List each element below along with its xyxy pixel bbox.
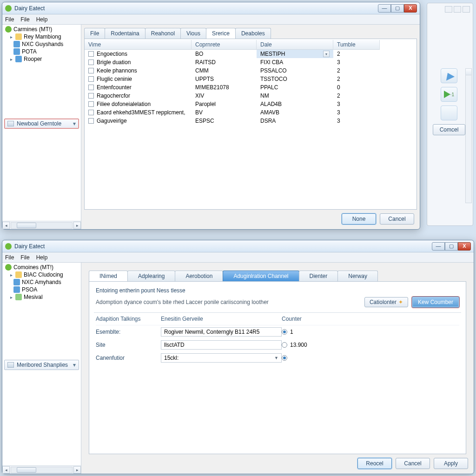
menu-file[interactable]: File (5, 254, 14, 261)
tree-root[interactable]: Carmines (MT!) (4, 26, 80, 33)
nav-up-icon[interactable] (441, 68, 457, 83)
cell-dale[interactable]: TSSTOCO (257, 75, 333, 83)
tab-vious[interactable]: Vious (180, 28, 206, 39)
menu-help[interactable]: Help (36, 254, 48, 261)
checkbox[interactable] (88, 51, 94, 57)
tab-adug-channel[interactable]: Aduginlration Channel (223, 271, 299, 281)
cell-dale[interactable]: AMAVB (257, 108, 333, 117)
cancel-button[interactable]: Cancel (396, 458, 430, 469)
cell-dale[interactable]: PSSALCO (257, 66, 333, 75)
chevron-down-icon[interactable]: ▾ (323, 51, 330, 57)
sidebar-dropdown[interactable]: Meribored Shanplies ▾ (4, 360, 79, 370)
close-button[interactable]: X (404, 4, 417, 13)
scroll-right-icon[interactable]: ▸ (73, 466, 81, 474)
scroll-left-icon[interactable]: ◂ (2, 222, 10, 229)
reocel-button[interactable]: Reocel (357, 458, 392, 469)
checkbox[interactable] (88, 60, 94, 65)
checkbox[interactable] (88, 93, 94, 99)
tab-rodentaina[interactable]: Rodentaina (105, 28, 145, 39)
tree-item[interactable]: ▸ Mesival (4, 293, 80, 301)
tree-item[interactable]: NXC Amyhands (4, 278, 80, 286)
checkbox[interactable] (88, 85, 94, 90)
checkbox[interactable] (88, 101, 94, 107)
form-input[interactable]: llsctATD (161, 340, 282, 350)
none-button[interactable]: None (342, 213, 376, 225)
col-vime[interactable]: Vime (85, 40, 192, 50)
cell-dale[interactable]: MESTIPH▾ (257, 50, 333, 58)
catiolonter-button[interactable]: Catiolonter ✦ (364, 297, 408, 307)
tab-adplearing[interactable]: Adplearing (127, 271, 175, 281)
cell-dale[interactable]: DSRA (257, 117, 333, 125)
tab-nerway[interactable]: Nerway (337, 271, 378, 281)
cell-dale[interactable]: NM (257, 92, 333, 100)
col-tumble[interactable]: Tumble (333, 40, 380, 50)
radio-option[interactable]: 1 (282, 329, 365, 335)
cell-dale[interactable]: FIXl CBA (257, 58, 333, 66)
scroll-thumb[interactable] (17, 467, 36, 473)
tab-aerobotion[interactable]: Aerobotion (175, 271, 223, 281)
tree-item[interactable]: ▸ Rey Mambiong (4, 33, 80, 40)
table-row[interactable]: EntenfcounterM!MEB21078PPALC0 (85, 83, 416, 92)
form-select[interactable]: 15ckl:▼ (161, 353, 282, 363)
expander-icon[interactable]: ▸ (9, 34, 13, 39)
table-row[interactable]: Keole phannonsCMMPSSALCO2 (85, 66, 416, 75)
tab-nimed[interactable]: INimed (89, 271, 128, 281)
tab-deaboles[interactable]: Deaboles (235, 28, 271, 39)
maximize-button[interactable]: ▢ (391, 4, 404, 13)
nav-play-icon[interactable]: ·1 (441, 87, 457, 102)
tab-dienter[interactable]: Dienter (299, 271, 338, 281)
table-row[interactable]: Brigle duationRAITSDFIXl CBA3 (85, 58, 416, 66)
expander-icon[interactable]: ▸ (9, 272, 13, 277)
menu-file2[interactable]: File (20, 254, 29, 261)
col-dale[interactable]: Dale (257, 40, 333, 50)
titlebar[interactable]: Dairy Eatect — ▢ X (2, 2, 420, 14)
checkbox[interactable] (88, 110, 94, 115)
checkbox[interactable] (88, 118, 94, 124)
nav-blank-icon[interactable] (441, 106, 457, 120)
tree-item[interactable]: NXC Guyshands (4, 40, 80, 48)
expander-icon[interactable]: ▸ (9, 57, 13, 61)
form-input[interactable]: Rogiver Newmil, Conterngly B11 24R5 (161, 327, 282, 337)
titlebar[interactable]: Dairy Eatect — ▢ X (2, 240, 474, 252)
table-row[interactable]: RagochercforXIVNM2 (85, 92, 416, 100)
apply-button[interactable]: Apply (434, 458, 468, 469)
maximize-button[interactable]: ▢ (445, 242, 458, 251)
table-row[interactable]: Fluglic ceninieUPPTSTSSTOCO2 (85, 75, 416, 83)
table-row[interactable]: EngoectionsBOMESTIPH▾2 (85, 50, 416, 58)
kew-counter-button[interactable]: Kew Coumber (412, 297, 459, 308)
cell-dale[interactable]: PPALC (257, 83, 333, 92)
sidebar-hscroll[interactable]: ◂ ▸ (2, 221, 81, 229)
tree-item[interactable]: ▸ Rooper (4, 55, 80, 63)
minimize-button[interactable]: — (432, 242, 445, 251)
scroll-thumb[interactable] (17, 223, 36, 228)
menu-file2[interactable]: File (20, 16, 29, 23)
radio-option[interactable]: 13.900 (282, 342, 365, 348)
table-row[interactable]: Eaord ehkehd3MMEST repplcment,BVAMAVB3 (85, 108, 416, 117)
menu-file[interactable]: File (5, 16, 14, 23)
checkbox[interactable] (88, 76, 94, 82)
tree-item[interactable]: PSOA (4, 286, 80, 293)
cancel-button[interactable]: Cancel (380, 213, 414, 225)
minimize-button[interactable]: — (378, 4, 391, 13)
bg-cancel-button[interactable]: Comcel (433, 124, 465, 135)
table-row[interactable]: GaguveirlgeESPSCDSRA3 (85, 117, 416, 125)
checkbox[interactable] (88, 68, 94, 73)
expander-icon[interactable]: ▸ (9, 295, 13, 299)
radio-option[interactable] (282, 355, 365, 361)
cell-dale[interactable]: ALAD4B (257, 100, 333, 108)
menu-help[interactable]: Help (36, 16, 48, 23)
tab-file[interactable]: File (84, 28, 105, 39)
close-button[interactable]: X (458, 242, 471, 251)
tree-root[interactable]: Comoines (MT!) (4, 264, 80, 271)
grid-panel: Vime Coprnrete Dale Tumble EngoectionsBO… (84, 39, 417, 210)
col-coprnrete[interactable]: Coprnrete (192, 40, 257, 50)
scroll-right-icon[interactable]: ▸ (73, 222, 81, 229)
tab-reahonol[interactable]: Reahonol (145, 28, 181, 39)
sidebar-dropdown[interactable]: Newboal Gerntole ▾ (4, 119, 79, 129)
tree-item[interactable]: ▸ BIAC Cludocing (4, 271, 80, 278)
tab-srerice[interactable]: Srerice (206, 28, 236, 39)
tree-item[interactable]: POTA (4, 48, 80, 55)
scroll-left-icon[interactable]: ◂ (2, 466, 10, 474)
table-row[interactable]: Filiee dofoneialelationParoplelALAD4B3 (85, 100, 416, 108)
sidebar-hscroll[interactable]: ◂ ▸ (2, 465, 81, 474)
